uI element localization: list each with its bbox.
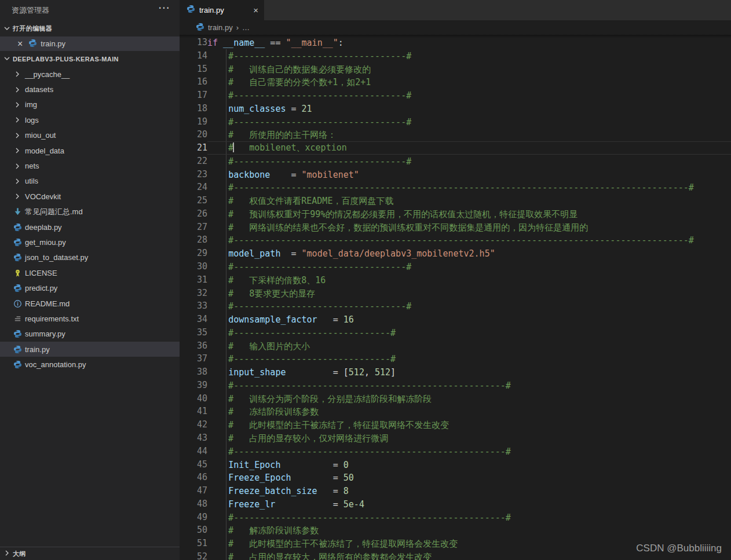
code-line-48[interactable]: 48 Freeze_lr = 5e-4 <box>180 497 731 511</box>
file-row-json_to_dataset.py[interactable]: json_to_dataset.py <box>0 250 180 265</box>
code-line-23[interactable]: 23 backbone = "mobilenet" <box>180 168 731 181</box>
file-row-get_miou.py[interactable]: get_miou.py <box>0 235 180 250</box>
breadcrumb-file[interactable]: train.py <box>208 23 233 32</box>
code-line-49[interactable]: 49 #------------------------------------… <box>180 511 731 524</box>
folder-label: nets <box>25 162 39 170</box>
chevron-right-icon <box>13 100 22 109</box>
line-text: Freeze_lr = 5e-4 <box>207 497 731 511</box>
file-row-summary.py[interactable]: summary.py <box>0 327 180 342</box>
line-number: 23 <box>180 168 207 181</box>
line-number: 50 <box>180 524 207 537</box>
line-number: 31 <box>180 273 207 287</box>
folder-row-logs[interactable]: logs <box>0 112 180 127</box>
folder-row-utils[interactable]: utils <box>0 174 180 189</box>
file-label: predict.py <box>25 284 57 292</box>
file-row-predict.py[interactable]: predict.py <box>0 280 180 295</box>
code-line-13[interactable]: 13if __name__ == "__main__": <box>180 36 731 49</box>
line-number: 29 <box>180 247 207 260</box>
line-number: 46 <box>180 471 207 484</box>
line-text: Freeze_Epoch = 50 <box>207 471 731 484</box>
code-line-31[interactable]: 31 # 下采样的倍数8、16 <box>180 273 731 287</box>
line-text: # 训练自己的数据集必须要修改的 <box>207 63 731 76</box>
folder-row-img[interactable]: img <box>0 97 180 112</box>
code-line-18[interactable]: 18 num_classes = 21 <box>180 102 731 115</box>
code-line-22[interactable]: 22 #---------------------------------# <box>180 155 731 168</box>
open-editor-item[interactable]: ×train.py <box>0 36 180 51</box>
more-actions-icon[interactable]: ⋯ <box>158 1 170 14</box>
file-row-requirements.txt[interactable]: requirements.txt <box>0 311 180 326</box>
explorer-title: 资源管理器 <box>12 5 49 16</box>
python-icon <box>13 360 22 369</box>
line-number: 36 <box>180 339 207 353</box>
line-text: # 所使用的的主干网络： <box>207 128 731 141</box>
line-text: input_shape = [512, 512] <box>207 365 731 379</box>
code-line-32[interactable]: 32 # 8要求更大的显存 <box>180 287 731 300</box>
code-line-44[interactable]: 44 #------------------------------------… <box>180 445 731 458</box>
line-text: backbone = "mobilenet" <box>207 168 731 181</box>
folder-row-miou_out[interactable]: miou_out <box>0 128 180 143</box>
workspace-section-header[interactable]: DEEPLABV3-PLUS-KERAS-MAIN <box>0 51 180 67</box>
code-line-40[interactable]: 40 # 训练分为两个阶段，分别是冻结阶段和解冻阶段 <box>180 392 731 405</box>
code-line-26[interactable]: 26 # 预训练权重对于99%的情况都必须要用，不用的话权值太过随机，特征提取效… <box>180 207 731 221</box>
code-line-35[interactable]: 35 #------------------------------# <box>180 326 731 339</box>
line-text: #---------------------------------------… <box>207 379 731 392</box>
breadcrumb-more[interactable]: … <box>242 23 250 32</box>
code-line-14[interactable]: 14 #---------------------------------# <box>180 49 731 63</box>
tab-close-icon[interactable]: × <box>253 5 258 15</box>
line-text: # 下采样的倍数8、16 <box>207 273 731 287</box>
code-line-29[interactable]: 29 model_path = "model_data/deeplabv3_mo… <box>180 247 731 260</box>
code-line-47[interactable]: 47 Freeze_batch_size = 8 <box>180 484 731 497</box>
open-editors-section-header[interactable]: 打开的编辑器 <box>0 21 180 36</box>
code-line-33[interactable]: 33 #---------------------------------# <box>180 299 731 313</box>
outline-section-header[interactable]: 大纲 <box>0 547 180 560</box>
code-line-17[interactable]: 17 #---------------------------------# <box>180 89 731 102</box>
file-row-deeplab.py[interactable]: deeplab.py <box>0 219 180 235</box>
tab-train-py[interactable]: train.py × <box>180 0 264 20</box>
line-text: Freeze_batch_size = 8 <box>207 484 731 497</box>
code-line-34[interactable]: 34 downsample_factor = 16 <box>180 313 731 326</box>
code-line-27[interactable]: 27 # 网络训练的结果也不会好，数据的预训练权重对不同数据集是通用的，因为特征… <box>180 221 731 234</box>
code-line-50[interactable]: 50 # 解冻阶段训练参数 <box>180 524 731 537</box>
code-line-36[interactable]: 36 # 输入图片的大小 <box>180 339 731 353</box>
folder-row-nets[interactable]: nets <box>0 158 180 173</box>
file-row-train.py[interactable]: train.py <box>0 342 180 357</box>
code-line-15[interactable]: 15 # 训练自己的数据集必须要修改的 <box>180 63 731 76</box>
code-line-21[interactable]: 21 # mobilenet、xception <box>180 141 731 155</box>
csdn-watermark: CSDN @Bubbliiiing <box>636 543 722 554</box>
code-line-41[interactable]: 41 # 冻结阶段训练参数 <box>180 405 731 418</box>
folder-row-__pycache__[interactable]: __pycache__ <box>0 67 180 82</box>
code-line-38[interactable]: 38 input_shape = [512, 512] <box>180 365 731 379</box>
code-line-43[interactable]: 43 # 占用的显存较小，仅对网络进行微调 <box>180 431 731 445</box>
code-line-45[interactable]: 45 Init_Epoch = 0 <box>180 458 731 471</box>
code-line-28[interactable]: 28 #------------------------------------… <box>180 233 731 247</box>
folder-row-datasets[interactable]: datasets <box>0 82 180 97</box>
folder-row-model_data[interactable]: model_data <box>0 143 180 158</box>
code-line-46[interactable]: 46 Freeze_Epoch = 50 <box>180 471 731 484</box>
line-number: 30 <box>180 260 207 273</box>
editor-area: train.py × train.py › … 13if __name__ ==… <box>180 0 731 560</box>
code-line-16[interactable]: 16 # 自己需要的分类个数+1，如2+1 <box>180 75 731 89</box>
code-line-42[interactable]: 42 # 此时模型的主干被冻结了，特征提取网络不发生改变 <box>180 418 731 431</box>
code-line-25[interactable]: 25 # 权值文件请看README，百度网盘下载 <box>180 194 731 207</box>
close-icon[interactable]: × <box>17 39 23 49</box>
file-label: summary.py <box>25 330 65 338</box>
line-text: # mobilenet、xception <box>207 141 731 155</box>
folder-row-VOCdevkit[interactable]: VOCdevkit <box>0 189 180 204</box>
code-line-24[interactable]: 24 #------------------------------------… <box>180 181 731 194</box>
python-icon <box>13 330 22 339</box>
code-line-20[interactable]: 20 # 所使用的的主干网络： <box>180 128 731 141</box>
code-line-30[interactable]: 30 #---------------------------------# <box>180 260 731 273</box>
file-row-LICENSE[interactable]: LICENSE <box>0 265 180 280</box>
file-row-voc_annotation.py[interactable]: voc_annotation.py <box>0 357 180 372</box>
code-line-37[interactable]: 37 #------------------------------# <box>180 352 731 365</box>
line-text: # 自己需要的分类个数+1，如2+1 <box>207 75 731 89</box>
code-area[interactable]: 13if __name__ == "__main__":14 #--------… <box>180 35 731 560</box>
file-tree: __pycache__datasetsimglogsmiou_outmodel_… <box>0 67 180 372</box>
line-text: #---------------------------------# <box>207 260 731 273</box>
folder-label: datasets <box>25 85 53 94</box>
line-text: #---------------------------------# <box>207 89 731 102</box>
code-line-19[interactable]: 19 #---------------------------------# <box>180 115 731 129</box>
file-row-常见问题汇总.md[interactable]: 常见问题汇总.md <box>0 204 180 219</box>
file-row-README.md[interactable]: README.md <box>0 296 180 311</box>
code-line-39[interactable]: 39 #------------------------------------… <box>180 379 731 392</box>
